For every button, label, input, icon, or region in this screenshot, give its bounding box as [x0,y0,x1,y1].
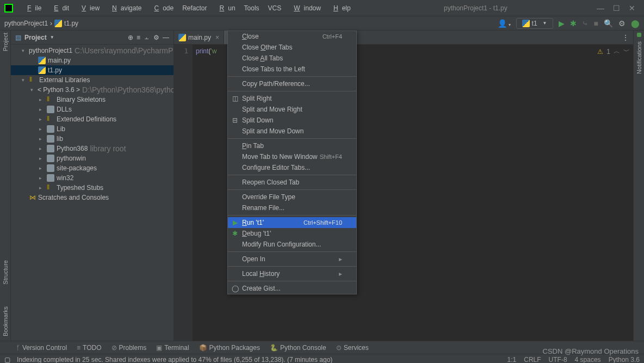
context-item[interactable]: Copy Path/Reference... [228,78,356,89]
notifications-indicator-icon[interactable] [637,33,641,37]
context-item[interactable]: ⊟Split Down [228,115,356,126]
context-item[interactable]: Split and Move Down [228,126,356,137]
tree-node[interactable]: ▸Python368 library root [11,144,174,153]
maximize-button[interactable]: ☐ [613,4,620,13]
menu-refactor[interactable]: Refactor [178,2,210,14]
tree-node[interactable]: t1.py [11,65,174,75]
close-tab-icon[interactable]: × [215,34,219,41]
context-menu[interactable]: CloseCtrl+F4Close Other TabsClose All Ta… [227,30,357,294]
breadcrumb-file[interactable]: t1.py [64,20,78,27]
run-button[interactable]: ▶ [559,19,565,28]
tree-node[interactable]: ▾pythonProject1 C:\Users\raymond\Pycharm… [11,46,174,56]
tree-node[interactable]: ▸Lib [11,124,174,134]
tabs-more-icon[interactable]: ⋮ [618,34,633,41]
tree-node[interactable]: ▾External Libraries [11,75,174,85]
menu-tools[interactable]: Tools [240,2,263,14]
context-item[interactable]: ◫Split Right [228,93,356,104]
tree-node[interactable]: ▸Typeshed Stubs [11,183,174,193]
app-logo-icon [4,4,13,13]
context-item[interactable]: CloseCtrl+F4 [228,31,356,42]
context-item[interactable]: Reopen Closed Tab [228,177,356,188]
notifications-icon[interactable]: ⬤ [631,19,640,28]
context-item[interactable]: Modify Run Configuration... [228,239,356,250]
tree-node[interactable]: ▾< Python 3.6 > D:\Python\Python368\pyth… [11,85,174,95]
tree-node[interactable]: ▸DLLs [11,104,174,114]
chevron-up-icon[interactable]: ︿ [614,47,620,56]
search-icon[interactable]: 🔍 [604,19,613,28]
context-item[interactable]: Local History▸ [228,268,356,279]
tree-node[interactable]: main.py [11,56,174,65]
context-item[interactable]: Open In▸ [228,254,356,264]
tree-node[interactable]: ▸lib [11,134,174,144]
context-item[interactable]: Close All Tabs [228,53,356,64]
title-bar: FileEditViewNavigateCodeRefactorRunTools… [0,0,644,16]
expand-all-icon[interactable]: ≡ [137,34,140,41]
menu-help[interactable]: Help [326,2,355,14]
hide-icon[interactable]: — [163,34,169,41]
menu-view[interactable]: View [74,2,103,14]
tool-python-packages[interactable]: 📦 Python Packages [199,344,260,352]
context-item[interactable]: Close Tabs to the Left [228,64,356,75]
tool-python-console[interactable]: 🐍 Python Console [270,344,326,352]
tool-version-control[interactable]: ᚶ Version Control [16,344,67,352]
tool-terminal[interactable]: ▣ Terminal [156,344,189,352]
chevron-down-icon[interactable]: ﹀ [623,47,630,56]
menu-vcs[interactable]: VCS [264,2,286,14]
menu-edit[interactable]: Edit [46,2,73,14]
tool-window-toggle-icon[interactable]: ▢ [4,356,10,364]
coverage-button[interactable]: ⤷ [582,19,589,28]
project-tree[interactable]: ▾pythonProject1 C:\Users\raymond\Pycharm… [11,45,174,341]
breadcrumb-project[interactable]: pythonProject1 [4,20,48,27]
status-cell[interactable]: CRLF [524,356,541,364]
menu-window[interactable]: Window [286,2,325,14]
bookmarks-tool-button[interactable]: Bookmarks [2,306,9,336]
context-item[interactable]: Move Tab to New WindowShift+F4 [228,151,356,162]
editor-tab[interactable]: main.py× [174,30,224,44]
tree-node[interactable]: ▸win32 [11,173,174,183]
context-item[interactable]: Split and Move Right [228,104,356,115]
context-item[interactable]: Configure Editor Tabs... [228,162,356,173]
breadcrumb[interactable]: pythonProject1 › t1.py [4,20,78,27]
close-button[interactable]: ✕ [629,4,635,13]
code-keyword: print [196,47,208,55]
menu-run[interactable]: Run [212,2,239,14]
window-controls: — ☐ ✕ [597,4,640,13]
settings-icon[interactable]: ⚙ [153,34,159,41]
tree-node[interactable]: ⋈Scratches and Consoles [11,193,174,202]
minimize-button[interactable]: — [597,4,604,13]
tree-node[interactable]: ▸Extended Definitions [11,114,174,124]
tree-node[interactable]: ▸Binary Skeletons [11,95,174,104]
menu-code[interactable]: Code [146,2,177,14]
menu-navigate[interactable]: Navigate [104,2,145,14]
menu-file[interactable]: File [20,2,45,14]
tree-node[interactable]: ▸pythonwin [11,153,174,163]
context-item[interactable]: Rename File... [228,202,356,213]
context-item[interactable]: ◯Create Gist... [228,283,356,294]
context-item[interactable]: Override File Type [228,192,356,202]
tool-services[interactable]: ⊙ Services [336,344,369,352]
status-cell[interactable]: UTF-8 [549,356,567,364]
debug-button[interactable]: ✱ [570,19,577,28]
project-tool-button[interactable]: Project [2,33,9,51]
status-cell[interactable]: 1:1 [507,356,517,364]
collapse-all-icon[interactable]: ⫠ [144,34,150,41]
add-person-icon[interactable]: 👤 [498,19,510,28]
tool-todo[interactable]: ≡ TODO [77,344,101,352]
structure-tool-button[interactable]: Structure [2,260,9,285]
stop-button[interactable]: ■ [594,19,598,28]
context-item[interactable]: Close Other Tabs [228,42,356,53]
gear-icon[interactable]: ⚙ [618,19,626,28]
notifications-tool-button[interactable]: Notifications [636,41,642,74]
context-item[interactable]: ▶Run 't1'Ctrl+Shift+F10 [228,217,356,228]
python-file-icon [54,20,62,27]
context-item[interactable]: ✱Debug 't1' [228,228,356,239]
chevron-down-icon[interactable]: ▼ [50,35,54,40]
run-config-selector[interactable]: t1 ▼ [516,18,553,29]
inspection-widget[interactable]: ⚠ 1 ︿ ﹀ [597,47,630,56]
status-cell[interactable]: 4 spaces [575,356,601,364]
context-item[interactable]: Pin Tab [228,140,356,151]
select-opened-icon[interactable]: ⊕ [128,34,133,41]
tree-node[interactable]: ▸site-packages [11,163,174,173]
status-cell[interactable]: Python 3.6 [609,356,640,364]
tool-problems[interactable]: ⊘ Problems [112,344,147,352]
